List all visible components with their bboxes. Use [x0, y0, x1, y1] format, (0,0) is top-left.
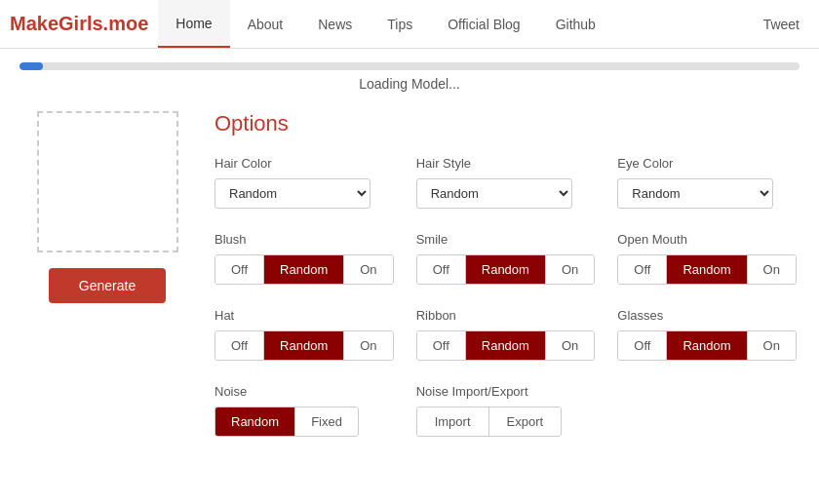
export-button[interactable]: Export [489, 407, 562, 436]
blush-group: Blush Off Random On [214, 232, 397, 285]
nav-github[interactable]: Github [538, 0, 613, 48]
hair-color-select[interactable]: Random Blonde Brown Black Blue Red Purpl… [214, 178, 370, 209]
hat-off[interactable]: Off [215, 331, 264, 360]
nav-tips[interactable]: Tips [370, 0, 430, 48]
mouth-random[interactable]: Random [667, 255, 747, 284]
progress-bar [20, 62, 43, 70]
noise-toggle: Random Fixed [214, 407, 359, 437]
hat-group: Hat Off Random On [214, 308, 397, 361]
options-row-4: Noise Random Fixed Noise Import/Export I… [214, 384, 800, 446]
blush-random[interactable]: Random [264, 255, 344, 284]
main-layout: Generate Options Hair Color Random Blond… [0, 92, 819, 466]
ribbon-on[interactable]: On [546, 331, 594, 360]
image-preview [37, 111, 178, 252]
smile-random[interactable]: Random [466, 255, 546, 284]
smile-group: Smile Off Random On [416, 232, 599, 285]
smile-label: Smile [416, 232, 599, 247]
generate-button[interactable]: Generate [49, 268, 166, 303]
smile-toggle: Off Random On [416, 254, 596, 285]
brand-logo[interactable]: MakeGirls.moe [10, 13, 148, 35]
empty-cell [617, 384, 800, 446]
tweet-button[interactable]: Tweet [754, 17, 809, 32]
navbar: MakeGirls.moe Home About News Tips Offic… [0, 0, 819, 49]
noise-ie-group: Noise Import/Export Import Export [416, 384, 599, 437]
ribbon-off[interactable]: Off [417, 331, 466, 360]
noise-ie-label: Noise Import/Export [416, 384, 599, 399]
hair-style-label: Hair Style [416, 156, 599, 171]
hat-random[interactable]: Random [264, 331, 344, 360]
glasses-on[interactable]: On [748, 331, 796, 360]
hat-toggle: Off Random On [214, 330, 394, 361]
smile-off[interactable]: Off [417, 255, 466, 284]
noise-group: Noise Random Fixed [214, 384, 397, 437]
nav-about[interactable]: About [230, 0, 301, 48]
smile-on[interactable]: On [546, 255, 594, 284]
hair-style-select[interactable]: Random Long Short Twintails Ponytail Wav… [416, 178, 572, 209]
loading-text: Loading Model... [0, 76, 819, 92]
hair-style-group: Hair Style Random Long Short Twintails P… [416, 156, 599, 209]
ribbon-random[interactable]: Random [466, 331, 546, 360]
import-export-buttons: Import Export [416, 407, 562, 437]
eye-color-select[interactable]: Random Blue Red Brown Green Purple Yello… [617, 178, 773, 209]
hair-color-group: Hair Color Random Blonde Brown Black Blu… [214, 156, 397, 209]
progress-container [20, 62, 800, 70]
blush-off[interactable]: Off [215, 255, 264, 284]
mouth-on[interactable]: On [748, 255, 796, 284]
glasses-toggle: Off Random On [617, 330, 797, 361]
blush-toggle: Off Random On [214, 254, 394, 285]
right-panel: Options Hair Color Random Blonde Brown B… [214, 111, 800, 446]
blush-label: Blush [214, 232, 397, 247]
hair-color-label: Hair Color [214, 156, 397, 171]
glasses-random[interactable]: Random [667, 331, 747, 360]
open-mouth-group: Open Mouth Off Random On [617, 232, 800, 285]
blush-on[interactable]: On [344, 255, 392, 284]
options-row-3: Hat Off Random On Ribbon Off Random On G… [214, 308, 800, 384]
mouth-off[interactable]: Off [618, 255, 667, 284]
ribbon-group: Ribbon Off Random On [416, 308, 599, 361]
glasses-group: Glasses Off Random On [617, 308, 800, 361]
ribbon-label: Ribbon [416, 308, 599, 323]
open-mouth-label: Open Mouth [617, 232, 800, 247]
hat-label: Hat [214, 308, 397, 323]
hat-on[interactable]: On [344, 331, 392, 360]
import-button[interactable]: Import [417, 407, 489, 436]
open-mouth-toggle: Off Random On [617, 254, 797, 285]
noise-random[interactable]: Random [215, 407, 295, 436]
glasses-off[interactable]: Off [618, 331, 667, 360]
options-title: Options [214, 111, 800, 136]
nav-blog[interactable]: Official Blog [430, 0, 537, 48]
nav-news[interactable]: News [300, 0, 370, 48]
nav-links: Home About News Tips Official Blog Githu… [158, 0, 753, 48]
options-row-1: Hair Color Random Blonde Brown Black Blu… [214, 156, 800, 232]
glasses-label: Glasses [617, 308, 800, 323]
nav-home[interactable]: Home [158, 0, 229, 48]
left-panel: Generate [20, 111, 195, 446]
noise-fixed[interactable]: Fixed [295, 407, 358, 436]
ribbon-toggle: Off Random On [416, 330, 596, 361]
eye-color-label: Eye Color [617, 156, 800, 171]
options-row-2: Blush Off Random On Smile Off Random On … [214, 232, 800, 308]
eye-color-group: Eye Color Random Blue Red Brown Green Pu… [617, 156, 800, 209]
noise-label: Noise [214, 384, 397, 399]
